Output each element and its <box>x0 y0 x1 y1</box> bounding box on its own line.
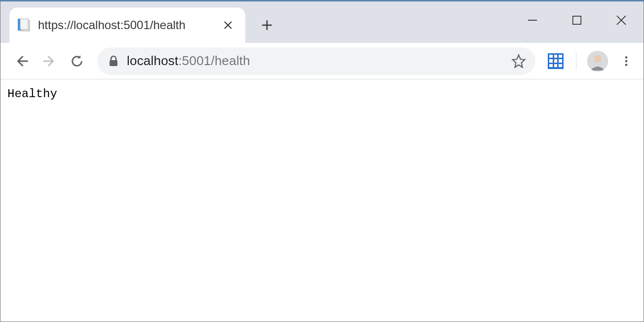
window-maximize-button[interactable] <box>555 10 599 30</box>
svg-point-8 <box>625 60 628 62</box>
browser-toolbar: localhost:5001/health <box>0 43 644 79</box>
tab-title: https://localhost:5001/health <box>38 18 220 32</box>
url-host: localhost <box>127 53 178 68</box>
back-button[interactable] <box>9 49 34 73</box>
svg-point-9 <box>625 64 628 66</box>
svg-rect-2 <box>20 19 28 30</box>
url-text: localhost:5001/health <box>127 53 250 69</box>
browser-menu-button[interactable] <box>614 49 639 73</box>
browser-tab[interactable]: https://localhost:5001/health <box>9 7 245 43</box>
response-body-text: Healthy <box>7 87 57 101</box>
bookmark-star-button[interactable] <box>510 52 528 70</box>
svg-point-6 <box>594 55 602 63</box>
apps-grid-extension-icon[interactable] <box>543 49 568 73</box>
url-path: :5001/health <box>178 53 250 68</box>
window-controls <box>510 1 644 31</box>
window-minimize-button[interactable] <box>510 10 555 30</box>
window-close-button[interactable] <box>599 10 644 30</box>
lock-icon <box>108 55 119 68</box>
svg-rect-4 <box>110 60 117 66</box>
reload-button[interactable] <box>65 49 89 73</box>
page-favicon-icon <box>16 17 32 33</box>
svg-rect-3 <box>573 16 581 25</box>
forward-button[interactable] <box>37 49 62 73</box>
page-content: Healthy <box>0 79 644 322</box>
browser-window: https://localhost:5001/health <box>0 0 644 322</box>
tab-close-button[interactable] <box>220 17 236 34</box>
svg-point-7 <box>625 56 628 59</box>
address-bar[interactable]: localhost:5001/health <box>97 47 535 75</box>
new-tab-button[interactable] <box>255 13 279 37</box>
profile-avatar-button[interactable] <box>587 51 608 72</box>
title-bar: https://localhost:5001/health <box>0 1 644 43</box>
toolbar-separator <box>576 52 576 70</box>
